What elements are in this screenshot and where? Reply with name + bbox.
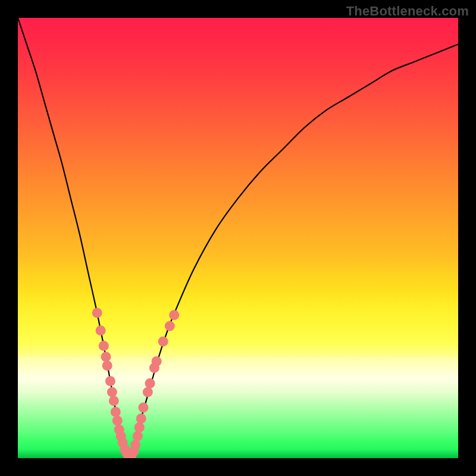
plot-area <box>18 18 458 458</box>
highlight-dot <box>99 341 109 351</box>
highlight-dot <box>130 440 140 450</box>
highlight-dot <box>169 310 179 320</box>
highlight-dot <box>152 356 162 367</box>
highlight-dot <box>138 402 148 412</box>
watermark-text: TheBottleneck.com <box>346 4 469 19</box>
highlight-dot <box>133 431 143 441</box>
highlight-dot <box>111 407 121 417</box>
highlight-dot <box>145 378 155 389</box>
chart-svg <box>18 18 458 458</box>
highlight-dot <box>102 361 112 371</box>
highlight-dot <box>134 422 145 433</box>
highlight-dot <box>165 321 175 331</box>
highlight-dot <box>112 416 123 426</box>
highlight-dot <box>92 308 102 318</box>
highlight-dot <box>143 387 153 397</box>
highlight-dot <box>136 414 146 424</box>
highlight-dots-group <box>92 308 180 458</box>
highlight-dot <box>109 396 119 406</box>
highlight-dot <box>101 352 111 362</box>
highlight-dot <box>96 325 106 336</box>
bottleneck-curve <box>18 18 458 458</box>
highlight-dot <box>158 336 168 346</box>
highlight-dot <box>107 387 117 397</box>
highlight-dot <box>105 376 115 386</box>
outer-frame: TheBottleneck.com <box>0 0 476 476</box>
